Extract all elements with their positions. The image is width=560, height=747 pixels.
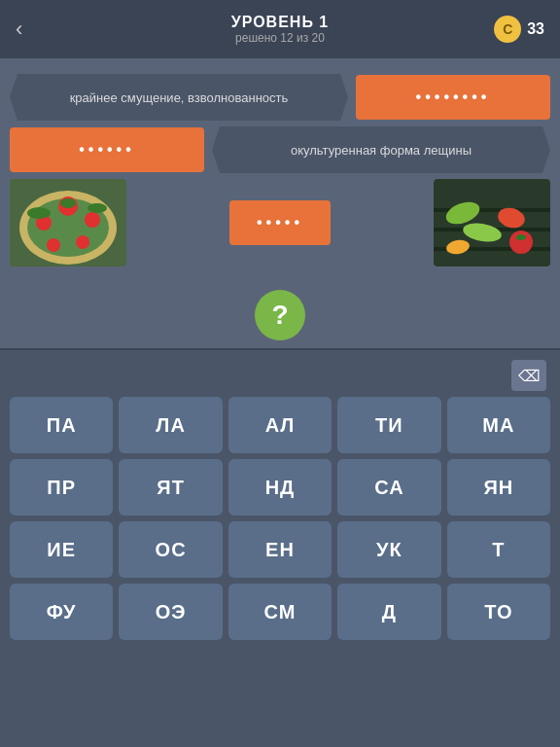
letter-cell[interactable]: Т (447, 521, 550, 578)
letter-cell[interactable]: ПА (10, 397, 113, 453)
letter-cell[interactable]: ТИ (337, 397, 440, 453)
letter-cell[interactable]: СМ (228, 584, 332, 640)
grid-area: ⌫ ПАЛААЛТИМАПРЯТНДСАЯНИЕОСЕНУКТФУОЭСМДТО (0, 350, 560, 650)
svg-point-4 (85, 212, 100, 228)
letter-cell[interactable]: УК (337, 521, 440, 578)
letter-cell[interactable]: МА (447, 397, 550, 453)
svg-point-19 (516, 234, 526, 240)
center-answer-area: ••••• (134, 200, 426, 245)
food-image-1 (10, 179, 126, 267)
letter-cell[interactable]: ОС (119, 521, 222, 578)
letter-cell[interactable]: ФУ (10, 584, 113, 640)
clue-1: крайнее смущение, взволнованность (10, 74, 348, 121)
puzzle-row-1: крайнее смущение, взволнованность ••••••… (10, 74, 550, 121)
letter-cell[interactable]: ТО (447, 584, 550, 640)
clue-2: окультуренная форма лещины (212, 126, 550, 173)
svg-point-10 (88, 203, 107, 213)
letter-cell[interactable]: ЯТ (119, 459, 222, 516)
hint-button[interactable]: ? (255, 290, 305, 340)
level-title: УРОВЕНЬ 1 (231, 14, 329, 31)
answer-box-3[interactable]: ••••• (229, 200, 331, 245)
letter-cell[interactable]: ЕН (228, 521, 332, 578)
svg-point-6 (47, 238, 60, 252)
letter-cell[interactable]: ПР (10, 459, 113, 516)
letter-grid: ПАЛААЛТИМАПРЯТНДСАЯНИЕОСЕНУКТФУОЭСМДТО (10, 397, 550, 640)
back-button[interactable]: ‹ (16, 17, 22, 42)
svg-point-5 (76, 235, 89, 249)
question-area: ? (0, 282, 560, 348)
coin-count: 33 (527, 20, 544, 38)
coin-icon: C (494, 16, 521, 43)
puzzle-row-3: ••••• (10, 179, 550, 267)
coins-display: C 33 (494, 16, 544, 43)
svg-point-8 (60, 198, 76, 208)
delete-row: ⌫ (10, 360, 550, 391)
letter-cell[interactable]: НД (228, 459, 332, 516)
delete-button[interactable]: ⌫ (511, 360, 546, 391)
food-svg-1 (10, 179, 126, 267)
letter-cell[interactable]: АЛ (228, 397, 332, 453)
answer-box-1[interactable]: •••••••• (356, 75, 550, 120)
food-image-2 (434, 179, 550, 267)
answer-box-2[interactable]: •••••• (10, 127, 204, 172)
letter-cell[interactable]: СА (337, 459, 440, 516)
header: ‹ УРОВЕНЬ 1 решено 12 из 20 C 33 (0, 0, 560, 58)
svg-point-9 (27, 207, 51, 219)
food-svg-2 (434, 179, 550, 267)
puzzle-area: крайнее смущение, взволнованность ••••••… (0, 58, 560, 282)
letter-cell[interactable]: Д (337, 584, 440, 640)
puzzle-row-2: •••••• окультуренная форма лещины (10, 126, 550, 173)
letter-cell[interactable]: ЯН (447, 459, 550, 516)
header-center: УРОВЕНЬ 1 решено 12 из 20 (231, 14, 329, 45)
level-subtitle: решено 12 из 20 (231, 31, 329, 45)
svg-point-18 (509, 231, 533, 254)
letter-cell[interactable]: ЛА (119, 397, 222, 453)
letter-cell[interactable]: ИЕ (10, 521, 113, 578)
letter-cell[interactable]: ОЭ (119, 584, 222, 640)
